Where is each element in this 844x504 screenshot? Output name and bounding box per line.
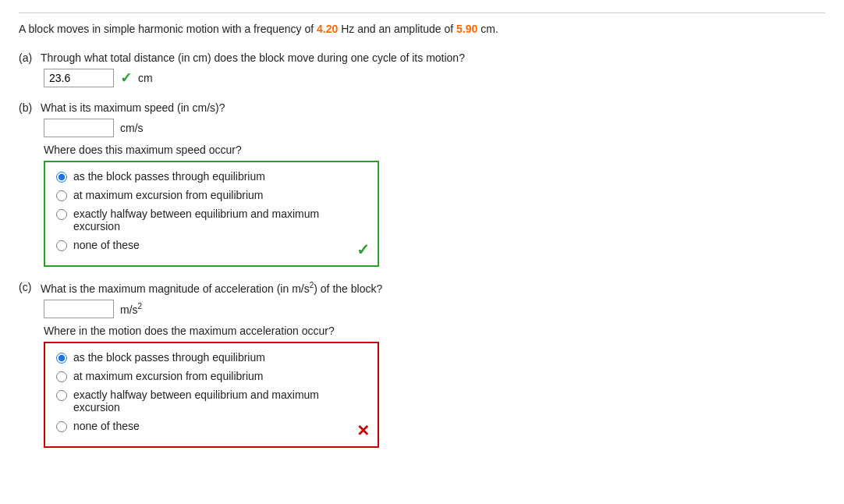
part-b-question: What is its maximum speed (in cm/s)?: [41, 101, 225, 114]
part-b-input[interactable]: [44, 119, 114, 137]
part-b-where-label: Where does this maximum speed occur?: [44, 144, 825, 156]
statement-suffix: cm.: [477, 23, 498, 35]
frequency-value: 4.20: [317, 23, 338, 35]
amplitude-value: 5.90: [456, 23, 477, 35]
part-c-question: What is the maximum magnitude of acceler…: [41, 281, 382, 295]
part-c-option-4[interactable]: none of these: [56, 420, 367, 432]
statement-prefix: A block moves in simple harmonic motion …: [19, 23, 317, 35]
part-c-radio-2[interactable]: [56, 371, 67, 382]
part-a-input-row: ✓ cm: [44, 69, 825, 87]
part-c-question-prefix: What is the maximum magnitude of acceler…: [41, 282, 310, 295]
part-a-check-icon: ✓: [120, 69, 132, 87]
part-c-radio-3[interactable]: [56, 390, 67, 401]
part-b-option-4-label: none of these: [73, 239, 140, 251]
part-a-label: (a) Through what total distance (in cm) …: [19, 51, 825, 64]
part-b-option-2-label: at maximum excursion from equilibrium: [73, 189, 264, 201]
part-a-letter: (a): [19, 51, 34, 64]
part-b-letter: (b): [19, 101, 34, 114]
part-b-group-check-icon: ✓: [356, 240, 370, 259]
part-a: (a) Through what total distance (in cm) …: [19, 51, 825, 87]
part-c-option-2[interactable]: at maximum excursion from equilibrium: [56, 370, 367, 382]
part-b-input-row: cm/s: [44, 119, 825, 137]
part-b-option-4[interactable]: none of these: [56, 239, 367, 251]
part-c-group-cross-icon: ✕: [356, 421, 370, 440]
part-c: (c) What is the maximum magnitude of acc…: [19, 281, 825, 448]
part-c-label: (c) What is the maximum magnitude of acc…: [19, 281, 825, 295]
part-b-radio-1[interactable]: [56, 172, 67, 183]
part-c-unit: m/s2: [120, 302, 142, 316]
part-a-question: Through what total distance (in cm) does…: [41, 51, 465, 64]
part-c-option-3-label: exactly halfway between equilibrium and …: [73, 389, 367, 413]
part-b-option-2[interactable]: at maximum excursion from equilibrium: [56, 189, 367, 201]
part-c-input[interactable]: [44, 300, 114, 318]
part-c-option-1[interactable]: as the block passes through equilibrium: [56, 351, 367, 364]
part-c-option-3[interactable]: exactly halfway between equilibrium and …: [56, 389, 367, 413]
part-b-radio-4[interactable]: [56, 240, 67, 251]
part-b-unit: cm/s: [120, 122, 144, 134]
part-c-radio-1[interactable]: [56, 353, 67, 364]
part-c-letter: (c): [19, 281, 34, 293]
problem-statement: A block moves in simple harmonic motion …: [19, 12, 825, 37]
part-c-radio-group: as the block passes through equilibrium …: [44, 342, 379, 448]
part-a-input[interactable]: [44, 69, 114, 87]
part-b: (b) What is its maximum speed (in cm/s)?…: [19, 101, 825, 267]
part-b-radio-3[interactable]: [56, 209, 67, 220]
part-b-option-3-label: exactly halfway between equilibrium and …: [73, 208, 319, 232]
part-c-where-label: Where in the motion does the maximum acc…: [44, 325, 825, 337]
part-b-label: (b) What is its maximum speed (in cm/s)?: [19, 101, 825, 114]
part-c-option-2-label: at maximum excursion from equilibrium: [73, 370, 264, 382]
part-b-option-1-label: as the block passes through equilibrium: [73, 170, 265, 183]
part-c-question-suffix: ) of the block?: [314, 282, 382, 295]
part-c-input-row: m/s2: [44, 300, 825, 318]
part-b-radio-group: as the block passes through equilibrium …: [44, 161, 379, 267]
part-b-option-3[interactable]: exactly halfway between equilibrium and …: [56, 208, 367, 232]
part-a-unit: cm: [138, 72, 153, 84]
statement-mid: Hz and an amplitude of: [338, 23, 456, 35]
part-b-radio-2[interactable]: [56, 190, 67, 201]
part-c-radio-4[interactable]: [56, 421, 67, 432]
part-b-option-1[interactable]: as the block passes through equilibrium: [56, 170, 367, 183]
part-c-option-4-label: none of these: [73, 420, 140, 432]
part-c-option-1-label: as the block passes through equilibrium: [73, 351, 265, 364]
